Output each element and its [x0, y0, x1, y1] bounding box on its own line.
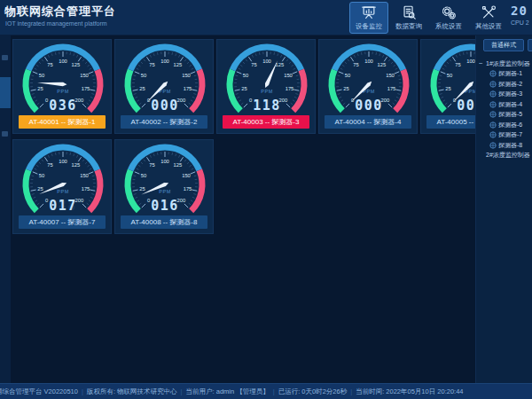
svg-text:25: 25 [139, 186, 145, 192]
gauge-card-label: AT-40003 -- 探测器-3 [223, 115, 309, 129]
tree-item-label: 探测器-7 [498, 130, 522, 139]
svg-text:75: 75 [455, 62, 460, 67]
tree-item-detector[interactable]: 探测器-8 [479, 140, 532, 151]
footer-separator: | [181, 387, 183, 395]
svg-text:75: 75 [149, 62, 154, 67]
svg-text:50: 50 [39, 73, 44, 78]
svg-text:100: 100 [59, 159, 67, 164]
monitor-board-icon [361, 4, 377, 20]
gauge-dial: 0255075100125150175200PPM888017 [13, 140, 113, 218]
tree-node-label: 1#浓度监控制器 [486, 59, 530, 68]
svg-text:150: 150 [182, 73, 191, 78]
gauge-dial: 0255075100125150175200PPM888000 [319, 40, 419, 118]
nav-button-label: 数据查询 [395, 22, 422, 31]
svg-text:25: 25 [37, 86, 43, 91]
tree-item-label: 探测器-2 [498, 80, 522, 89]
left-nav-active-item[interactable] [0, 77, 11, 108]
svg-text:25: 25 [445, 86, 450, 91]
tree-item-detector[interactable]: 探测器-4 [479, 99, 532, 110]
svg-text:25: 25 [37, 186, 43, 192]
gauge-needle [265, 61, 278, 89]
svg-text:PPM: PPM [57, 89, 69, 94]
footer-segment: 当前时间: 2022年05月10日 20:20:44 [356, 387, 463, 395]
nav-button-4[interactable]: 其他设置 [469, 2, 508, 34]
tree-item-detector[interactable]: 探测器-3 [479, 90, 532, 100]
footer-segment: 已运行: 0天0时2分26秒 [278, 387, 348, 395]
svg-text:100: 100 [262, 59, 271, 64]
gears-icon [441, 4, 457, 20]
svg-text:0: 0 [351, 98, 354, 103]
tree-item-label: 探测器-1 [498, 69, 522, 78]
svg-text:175: 175 [387, 86, 396, 91]
svg-text:0: 0 [45, 98, 48, 103]
cpu-label: CPU 2 [511, 20, 532, 26]
gauge-card[interactable]: 0255075100125150175200PPM888016AT-40008 … [114, 139, 214, 234]
svg-text:175: 175 [82, 86, 90, 91]
svg-text:100: 100 [59, 59, 67, 64]
footer-separator: | [273, 387, 275, 395]
style-tab[interactable]: 普通样式 [483, 39, 524, 51]
svg-text:150: 150 [386, 73, 395, 78]
footer-separator: | [82, 387, 83, 395]
app-subtitle: IOT integrated management platform [5, 20, 107, 27]
footer-segment: 物联网综合管理平台 V20220510 [0, 387, 78, 395]
gauge-card[interactable]: 0255075100125150175200PPM888036AT-40001 … [12, 39, 112, 134]
device-tree-panel: 普通样式 −1#浓度监控制器探测器-1探测器-2探测器-3探测器-4探测器-5探… [475, 35, 532, 383]
nav-button-label: 系统设置 [435, 22, 462, 31]
gauge-card-label: AT-40004 -- 探测器-4 [325, 115, 411, 129]
left-nav-item-fragment [2, 55, 8, 60]
gauge-dial: 0255075100125150175200PPM888036 [13, 40, 113, 118]
gauge-card[interactable]: 0255075100125150175200PPM888000AT-40002 … [114, 39, 214, 134]
cpu-readout: 20 CPU 2 [511, 4, 532, 34]
svg-text:100: 100 [160, 59, 169, 64]
footer-separator: | [350, 387, 352, 395]
tree-item-label: 探测器-8 [498, 141, 522, 150]
svg-text:25: 25 [343, 86, 348, 91]
tree-item-detector[interactable]: 探测器-2 [479, 79, 532, 90]
tree-item-label: 探测器-5 [498, 110, 522, 119]
gauge-dial: 0255075100125150175200PPM888016 [115, 140, 215, 218]
tree-item-detector[interactable]: 探测器-5 [479, 110, 532, 121]
tree-node-controller[interactable]: −1#浓度监控制器 [479, 59, 532, 69]
svg-text:75: 75 [353, 62, 358, 67]
svg-text:125: 125 [72, 62, 81, 67]
tree-item-detector[interactable]: 探测器-7 [479, 130, 532, 141]
nav-button-2[interactable]: 数据查询 [389, 2, 428, 34]
gauge-dial: 0255075100125150175200PPM888118 [217, 40, 317, 118]
device-icon [489, 111, 497, 118]
tree-node-label: 2#浓度监控制器 [486, 151, 530, 160]
svg-text:75: 75 [251, 62, 256, 67]
svg-text:100: 100 [160, 159, 169, 164]
svg-text:175: 175 [184, 186, 192, 192]
gauge-card[interactable]: 0255075100125150175200PPM888017AT-40007 … [12, 139, 112, 234]
svg-text:50: 50 [39, 173, 44, 178]
svg-text:150: 150 [182, 173, 191, 178]
svg-text:125: 125 [174, 162, 183, 168]
svg-text:000: 000 [355, 98, 383, 113]
digital-value: 20 [511, 4, 532, 18]
device-icon [489, 142, 497, 149]
svg-text:0: 0 [147, 198, 150, 203]
gauge-card-label: AT-40001 -- 探测器-1 [19, 115, 106, 129]
nav-button-3[interactable]: 系统设置 [429, 2, 468, 34]
tree-item-detector[interactable]: 探测器-6 [479, 120, 532, 130]
style-tab-partial[interactable] [528, 39, 532, 51]
svg-text:25: 25 [139, 86, 145, 91]
tree-expander-icon[interactable]: − [479, 59, 486, 67]
svg-text:118: 118 [253, 98, 281, 113]
tree-node-controller[interactable]: 2#浓度监控制器 [479, 151, 532, 161]
gauge-card[interactable]: 0255075100125150175200PPM888118AT-40003 … [216, 39, 316, 134]
svg-text:175: 175 [82, 186, 90, 192]
svg-text:125: 125 [378, 62, 387, 67]
gauge-card[interactable]: 0255075100125150175200PPM888000AT-40004 … [318, 39, 418, 134]
tree-item-detector[interactable]: 探测器-1 [479, 69, 532, 80]
nav-button-1[interactable]: 设备监控 [349, 2, 388, 34]
svg-text:50: 50 [243, 73, 248, 78]
svg-text:50: 50 [447, 73, 452, 78]
gauge-card-label: AT-40008 -- 探测器-8 [121, 215, 207, 229]
svg-text:125: 125 [72, 162, 81, 168]
tree-item-label: 探测器-6 [498, 121, 522, 129]
gauge-card-label: AT-40002 -- 探测器-2 [121, 115, 207, 129]
gauge-card-label: AT-40007 -- 探测器-7 [19, 215, 106, 229]
device-icon [489, 131, 497, 138]
